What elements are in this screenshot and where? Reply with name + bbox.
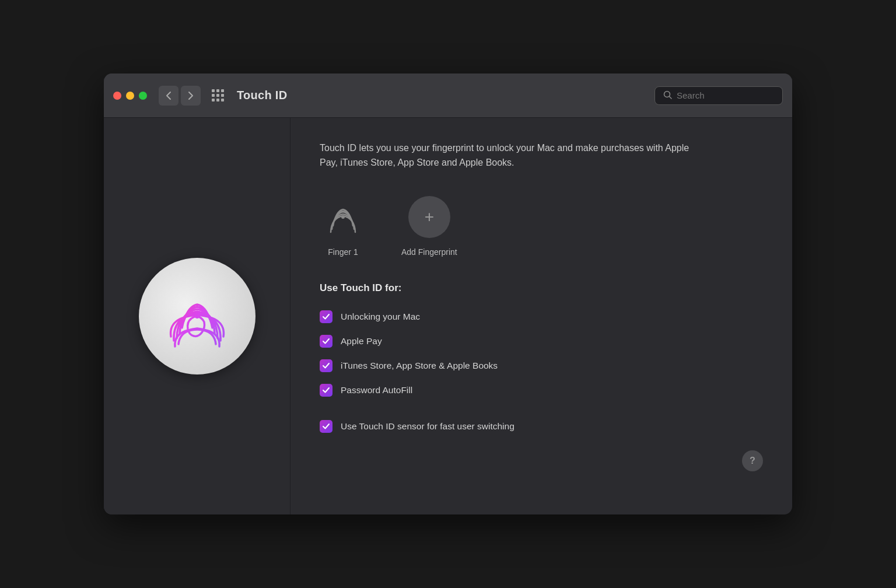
help-button-container: ? [320, 450, 763, 471]
unlock-checkbox[interactable] [320, 310, 332, 323]
autofill-label: Password AutoFill [341, 385, 412, 396]
checkbox-list: Unlocking your Mac Apple Pay iTunes Stor… [320, 304, 763, 439]
fingerprint-icon [156, 275, 238, 357]
main-panel: Touch ID lets you use your fingerprint t… [290, 118, 792, 514]
svg-line-1 [670, 96, 672, 99]
description-text: Touch ID lets you use your fingerprint t… [320, 141, 693, 170]
add-fingerprint-option[interactable]: + Add Fingerprint [401, 194, 457, 257]
touch-id-for-section: Use Touch ID for: Unlocking your Mac App… [320, 282, 763, 439]
nav-buttons [159, 86, 201, 106]
finger1-icon-container [320, 194, 366, 240]
search-input[interactable] [677, 90, 774, 100]
maximize-button[interactable] [139, 92, 147, 100]
finger1-option[interactable]: Finger 1 [320, 194, 366, 257]
fingerprint-circle [139, 258, 256, 374]
checkbox-apple-pay[interactable]: Apple Pay [320, 329, 763, 354]
traffic-lights [113, 92, 147, 100]
apple-pay-checkbox[interactable] [320, 335, 332, 348]
grid-view-button[interactable] [208, 86, 228, 106]
close-button[interactable] [113, 92, 121, 100]
apple-pay-label: Apple Pay [341, 336, 382, 346]
add-fingerprint-icon-container: + [406, 194, 453, 240]
back-button[interactable] [159, 86, 178, 106]
checkbox-fast-switch[interactable]: Use Touch ID sensor for fast user switch… [320, 414, 763, 439]
main-window: Touch ID [104, 74, 792, 514]
finger1-fingerprint-icon [322, 196, 364, 238]
checkbox-autofill[interactable]: Password AutoFill [320, 378, 763, 402]
help-button[interactable]: ? [742, 450, 763, 471]
add-fingerprint-label: Add Fingerprint [401, 247, 457, 257]
minimize-button[interactable] [126, 92, 134, 100]
grid-icon [212, 89, 224, 102]
checkbox-unlock[interactable]: Unlocking your Mac [320, 304, 763, 329]
stores-checkbox[interactable] [320, 359, 332, 372]
unlock-label: Unlocking your Mac [341, 312, 420, 322]
fingerprint-options: Finger 1 + Add Fingerprint [320, 194, 763, 257]
section-title: Use Touch ID for: [320, 282, 763, 294]
search-icon [663, 90, 672, 101]
finger1-label: Finger 1 [328, 247, 358, 257]
fast-switch-checkbox[interactable] [320, 420, 332, 433]
add-fingerprint-circle: + [408, 196, 450, 238]
content-area: Touch ID lets you use your fingerprint t… [104, 118, 792, 514]
plus-icon: + [425, 208, 434, 226]
stores-label: iTunes Store, App Store & Apple Books [341, 360, 498, 371]
checkbox-stores[interactable]: iTunes Store, App Store & Apple Books [320, 354, 763, 378]
search-box[interactable] [654, 86, 783, 105]
fast-switch-label: Use Touch ID sensor for fast user switch… [341, 421, 514, 432]
autofill-checkbox[interactable] [320, 384, 332, 397]
forward-button[interactable] [181, 86, 201, 106]
window-title: Touch ID [237, 89, 648, 102]
sidebar [104, 118, 290, 514]
titlebar: Touch ID [104, 74, 792, 118]
